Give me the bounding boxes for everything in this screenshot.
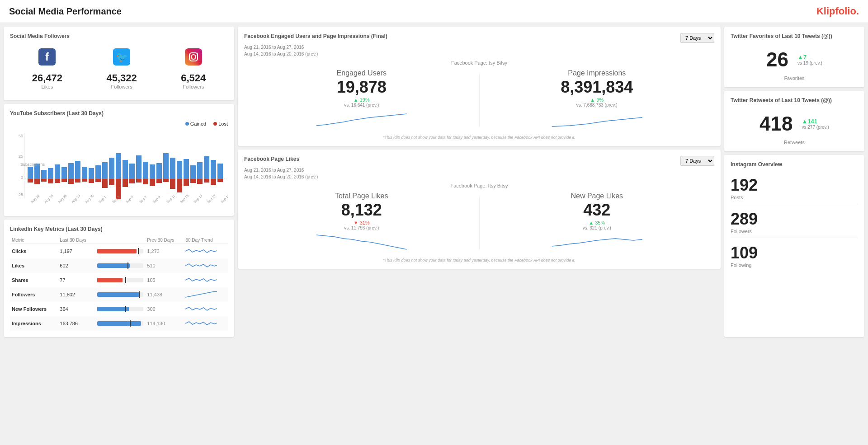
fb-engaged-users-label: Engaged Users: [249, 69, 475, 77]
top-bar: Social Media Performance Klipfolio.: [0, 0, 868, 23]
svg-rect-27: [116, 153, 121, 179]
svg-rect-34: [163, 153, 169, 179]
svg-text:50: 50: [19, 134, 23, 138]
svg-rect-43: [28, 179, 33, 183]
svg-rect-35: [170, 158, 175, 179]
svg-rect-32: [150, 164, 155, 179]
trend-sparkline: [185, 275, 217, 285]
svg-rect-63: [163, 179, 169, 182]
social-followers-card: Social Media Followers f 26,472 Likes: [4, 27, 234, 100]
col-bar: [95, 237, 145, 244]
fb-engaged-users-change: ▲ 19%: [249, 97, 475, 103]
followers-grid: f 26,472 Likes 🐦 45,322 Follow: [10, 44, 228, 94]
twitter-fav-title: Twitter Favorites of Last 10 Tweets (@)): [731, 33, 858, 39]
svg-rect-47: [55, 179, 60, 183]
twitter-followers-label: Followers: [106, 84, 137, 89]
linkedin-trend: [184, 258, 228, 273]
fb-engaged-dropdown[interactable]: 7 Days 14 Days 30 Days: [680, 33, 714, 43]
linkedin-title: LinkedIn Key Metrics (Last 30 Days): [10, 226, 228, 232]
twitter-count: 45,322: [106, 72, 137, 84]
ig-following-value: 109: [731, 244, 858, 262]
linkedin-row: New Followers364306: [10, 302, 228, 316]
ig-posts-value: 192: [731, 176, 858, 195]
svg-rect-45: [41, 179, 47, 182]
twitter-rt-label: Retweets: [731, 140, 858, 145]
linkedin-bar-cell: [95, 302, 145, 316]
svg-text:Aug 28: Aug 28: [71, 193, 81, 204]
fb-likes-dropdown[interactable]: 7 Days 14 Days 30 Days: [680, 156, 714, 166]
facebook-count: 26,472: [32, 72, 62, 84]
linkedin-trend: [184, 302, 228, 316]
fb-new-likes-prev: vs. 321 (prev.): [484, 225, 710, 230]
svg-text:-25: -25: [17, 192, 23, 197]
svg-rect-4: [185, 48, 202, 66]
fb-engaged-users-prev: vs. 16,641 (prev.): [249, 103, 475, 108]
twitter-rt-main: 418 ▲141 vs 277 (prev.): [731, 108, 858, 140]
svg-point-7: [196, 53, 198, 54]
linkedin-bar: [97, 263, 143, 268]
linkedin-metric-name: Shares: [10, 273, 58, 287]
linkedin-prev30: 114,130: [145, 316, 184, 331]
svg-text:Sep 17: Sep 17: [206, 193, 217, 204]
fb-engaged-dateprev: Aug 14, 2016 to Aug 20, 2016 (prev.): [244, 51, 387, 57]
svg-rect-61: [150, 179, 155, 186]
svg-rect-18: [55, 164, 60, 179]
fb-page-impressions-change: ▲ 9%: [484, 97, 710, 103]
linkedin-bar-cell: [95, 258, 145, 273]
fb-total-likes-prev: vs. 11,793 (prev.): [249, 225, 475, 230]
ig-metrics: 192 Posts 289 Followers 109 Following: [731, 172, 858, 272]
svg-rect-29: [129, 164, 135, 179]
ig-posts: 192 Posts: [731, 172, 858, 204]
linkedin-bar: [97, 321, 143, 326]
svg-text:Sep 19: Sep 19: [220, 193, 228, 204]
instagram-overview-card: Instagram Overview 192 Posts 289 Followe…: [724, 155, 864, 337]
twitter-rt-title: Twitter Retweets of Last 10 Tweets (@)): [731, 97, 858, 103]
instagram-title: Instagram Overview: [731, 161, 858, 168]
linkedin-trend: [184, 244, 228, 259]
svg-rect-31: [143, 162, 148, 179]
facebook-engaged-card: Facebook Engaged Users and Page Impressi…: [238, 27, 721, 146]
svg-text:Sep 1: Sep 1: [98, 195, 107, 204]
linkedin-row: Shares77105: [10, 273, 228, 287]
linkedin-bar: [97, 278, 143, 282]
yt-chart-svg: 50 25 0 -25: [10, 128, 228, 205]
linkedin-last30: 77: [58, 273, 95, 287]
col-prev30: Prev 30 Days: [145, 237, 184, 244]
svg-text:f: f: [45, 51, 49, 63]
fb-likes-header: Facebook Page Likes Aug 21, 2016 to Aug …: [244, 156, 714, 180]
col-last30: Last 30 Days: [58, 237, 95, 244]
fb-likes-metrics-wrapper: Total Page Likes 8,132 ▼ 31% vs. 11,793 …: [244, 192, 714, 254]
fb-page-impressions-prev: vs. 7,688,733 (prev.): [484, 103, 710, 108]
page-title: Social Media Performance: [9, 6, 122, 17]
linkedin-bar: [97, 307, 143, 311]
trend-sparkline: [185, 289, 217, 299]
fb-total-likes-label: Total Page Likes: [249, 192, 475, 200]
linkedin-last30: 602: [58, 258, 95, 273]
linkedin-trend: [184, 287, 228, 302]
linkedin-bar-marker: [138, 248, 139, 254]
linkedin-bar-marker: [125, 277, 126, 283]
svg-rect-64: [170, 179, 175, 189]
linkedin-bar-cell: [95, 273, 145, 287]
fb-new-likes-label: New Page Likes: [484, 192, 710, 200]
twitter-fav-count: 26: [766, 48, 788, 71]
fb-engaged-chart: [249, 108, 475, 130]
trend-sparkline: [185, 318, 217, 328]
svg-rect-71: [217, 179, 223, 182]
instagram-follower: 6,524 Followers: [181, 48, 206, 89]
linkedin-metric-name: Clicks: [10, 244, 58, 259]
svg-rect-17: [48, 168, 53, 179]
svg-rect-59: [136, 179, 142, 183]
svg-rect-37: [184, 159, 189, 179]
svg-rect-24: [95, 165, 101, 179]
svg-rect-36: [177, 161, 182, 179]
twitter-rt-delta: ▲141: [802, 118, 829, 125]
fb-likes-page-label: Facebook Page: Itsy Bitsy: [244, 183, 714, 188]
svg-rect-51: [82, 179, 87, 182]
ig-followers-label: Followers: [731, 229, 858, 234]
ig-followers: 289 Followers: [731, 206, 858, 238]
svg-text:Sep 7: Sep 7: [138, 195, 147, 204]
svg-rect-50: [75, 179, 80, 183]
svg-rect-49: [68, 179, 74, 184]
youtube-subscribers-card: YouTube Subscribers (Last 30 Days) Gaine…: [4, 104, 234, 216]
